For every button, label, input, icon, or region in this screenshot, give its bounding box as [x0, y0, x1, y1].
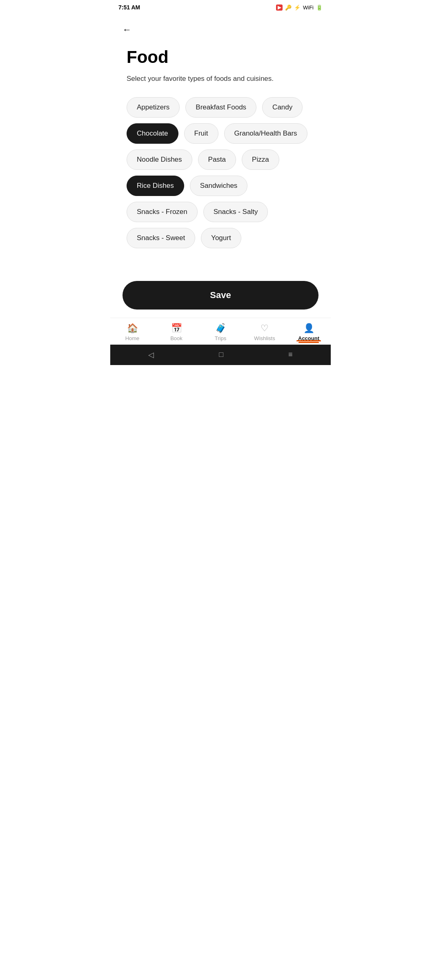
battery-level-icon: 🔋 [316, 4, 323, 11]
tags-container: AppetizersBreakfast FoodsCandyChocolateF… [127, 97, 314, 248]
main-content: Food Select your favorite types of foods… [110, 39, 331, 277]
bottom-nav: 🏠Home📅Book🧳Trips♡Wishlists👤Account [110, 318, 331, 345]
status-icons: ▶ 🔑 ⚡ WiFi 🔋 [276, 4, 323, 11]
back-button[interactable]: ← [110, 15, 144, 39]
tag-snacks-frozen[interactable]: Snacks - Frozen [127, 202, 198, 222]
account-nav-icon: 👤 [303, 323, 314, 334]
wishlists-nav-label: Wishlists [254, 335, 275, 341]
nav-item-book[interactable]: 📅Book [154, 323, 198, 341]
wishlists-nav-icon: ♡ [261, 323, 269, 334]
back-arrow-icon: ← [122, 24, 131, 35]
tag-snacks-salty[interactable]: Snacks - Salty [203, 202, 268, 222]
tag-pizza[interactable]: Pizza [242, 149, 279, 170]
page-subtitle: Select your favorite types of foods and … [127, 74, 314, 84]
nav-item-trips[interactable]: 🧳Trips [198, 323, 243, 341]
tag-granola-health-bars[interactable]: Granola/Health Bars [224, 123, 307, 144]
tag-yogurt[interactable]: Yogurt [201, 228, 241, 248]
save-section: Save [110, 277, 331, 318]
tag-snacks-sweet[interactable]: Snacks - Sweet [127, 228, 195, 248]
android-back-button[interactable]: ◁ [148, 350, 154, 359]
tag-rice-dishes[interactable]: Rice Dishes [127, 176, 184, 196]
tag-pasta[interactable]: Pasta [198, 149, 236, 170]
status-bar: 7:51 AM ▶ 🔑 ⚡ WiFi 🔋 [110, 0, 331, 15]
tag-breakfast-foods[interactable]: Breakfast Foods [185, 97, 256, 118]
wifi-icon: WiFi [303, 4, 314, 11]
android-home-button[interactable]: □ [219, 350, 223, 359]
tag-fruit[interactable]: Fruit [184, 123, 218, 144]
android-nav-bar: ◁ □ ≡ [110, 345, 331, 365]
android-recents-button[interactable]: ≡ [288, 350, 293, 359]
book-nav-icon: 📅 [171, 323, 182, 334]
save-button[interactable]: Save [122, 281, 318, 310]
nav-item-home[interactable]: 🏠Home [110, 323, 154, 341]
home-nav-icon: 🏠 [127, 323, 138, 334]
tag-chocolate[interactable]: Chocolate [127, 123, 178, 144]
book-nav-label: Book [170, 335, 183, 341]
account-nav-label: Account [298, 335, 319, 341]
trips-nav-icon: 🧳 [215, 323, 226, 334]
battery-icon: ▶ [276, 4, 283, 11]
tag-noodle-dishes[interactable]: Noodle Dishes [127, 149, 192, 170]
page-title: Food [127, 47, 314, 67]
nav-item-wishlists[interactable]: ♡Wishlists [243, 323, 287, 341]
status-time: 7:51 AM [118, 4, 140, 11]
bluetooth-icon: ⚡ [294, 4, 301, 11]
trips-nav-label: Trips [215, 335, 226, 341]
key-icon: 🔑 [285, 4, 292, 11]
nav-item-account[interactable]: 👤Account [287, 323, 331, 341]
tag-sandwiches[interactable]: Sandwiches [190, 176, 248, 196]
tag-appetizers[interactable]: Appetizers [127, 97, 180, 118]
home-nav-label: Home [125, 335, 140, 341]
tag-candy[interactable]: Candy [262, 97, 303, 118]
